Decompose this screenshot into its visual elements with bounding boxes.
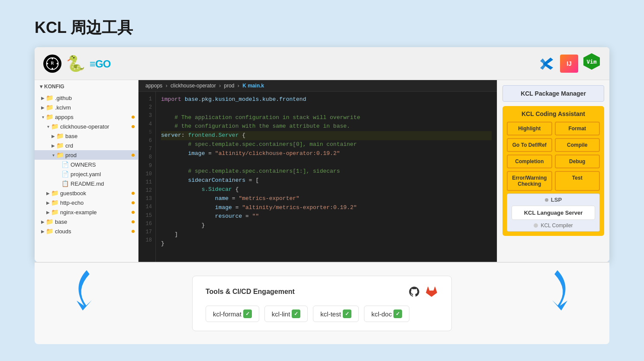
tool-kcl-doc: kcl-doc ✓ <box>364 306 410 322</box>
assistant-title: KCL Coding Assistant <box>507 110 600 117</box>
completion-button[interactable]: Completion <box>507 155 552 168</box>
sidebar-item-clickhouse[interactable]: ▾ 📁 clickhouse-operator <box>35 122 138 131</box>
arrow-right-icon <box>540 267 583 325</box>
svg-text:R: R <box>51 61 55 65</box>
line-numbers: 1 2 3 4 5 6 7 8 9 10 11 12 13 14 15 16 1 <box>138 92 156 262</box>
github-icon <box>407 285 421 299</box>
vim-icon: Vim <box>583 52 601 74</box>
toolbar-right-icons: IJ Vim <box>538 52 601 74</box>
tools-logos <box>407 285 438 299</box>
code-lines: import base.pkg.kusion_models.kube.front… <box>156 92 497 262</box>
lsp-section: LSP KCL Language Server KCL Compiler <box>507 193 600 232</box>
svg-point-3 <box>47 63 48 64</box>
compile-button[interactable]: Compile <box>555 138 600 152</box>
sidebar[interactable]: ▾ KONFIG ▶ 📁 .github ▶ 📁 .kclvm ▾ 📁 appo… <box>35 80 138 262</box>
tool-kcl-lint: kcl-lint ✓ <box>264 306 308 322</box>
highlight-button[interactable]: Highlight <box>507 122 552 135</box>
svg-text:Vim: Vim <box>586 58 597 65</box>
toolbar-logos: R 🐍 ≡GO <box>43 55 110 73</box>
compiler-dot <box>534 223 538 228</box>
tools-title: Tools & CI/CD Engagement <box>206 288 295 296</box>
tool-lint-label: kcl-lint <box>272 310 290 318</box>
page-title: KCL 周边工具 <box>0 0 644 47</box>
lsp-title: LSP <box>512 197 595 203</box>
tool-kcl-format: kcl-format ✓ <box>206 306 259 322</box>
vscode-icon <box>538 55 556 73</box>
sidebar-item-base-ch[interactable]: ▶ 📁 base <box>35 131 138 141</box>
format-button[interactable]: Format <box>555 122 600 135</box>
arrow-left-icon <box>61 267 104 325</box>
code-editor: appops › clickhouse-operator › prod › K … <box>138 80 497 262</box>
sidebar-item-nginx[interactable]: ▶ 📁 nginx-example <box>35 207 138 217</box>
ide-container: R 🐍 ≡GO IJ Vi <box>35 47 609 262</box>
tool-doc-label: kcl-doc <box>371 310 392 318</box>
intellij-icon: IJ <box>560 55 578 73</box>
ide-body: ▾ KONFIG ▶ 📁 .github ▶ 📁 .kclvm ▾ 📁 appo… <box>35 80 609 262</box>
sidebar-item-prod[interactable]: ▾ 📁 prod <box>35 150 138 160</box>
svg-point-4 <box>57 63 58 64</box>
pkg-manager-button[interactable]: KCL Package Manager <box>502 85 604 102</box>
sidebar-item-owners[interactable]: ▶ 📄 OWNERS <box>35 160 138 169</box>
svg-point-1 <box>52 58 53 59</box>
tools-box: Tools & CI/CD Engagement kcl-format <box>192 276 452 331</box>
gitlab-icon <box>425 285 438 299</box>
toolbar: R 🐍 ≡GO IJ Vi <box>35 47 609 80</box>
python-logo: 🐍 <box>66 55 85 73</box>
sidebar-item-crd[interactable]: ▶ 📁 crd <box>35 141 138 150</box>
error-check-button[interactable]: Error/WarningChecking <box>507 171 552 191</box>
sidebar-item-github[interactable]: ▶ 📁 .github <box>35 93 138 103</box>
sidebar-item-readme[interactable]: ▶ 📋 README.md <box>35 179 138 188</box>
goto-button[interactable]: Go To Def/Ref <box>507 138 552 152</box>
tool-test-check: ✓ <box>343 309 351 318</box>
sidebar-item-clouds[interactable]: ▶ 📁 clouds <box>35 226 138 236</box>
sidebar-item-http-echo[interactable]: ▶ 📁 http-echo <box>35 198 138 207</box>
debug-button[interactable]: Debug <box>555 155 600 168</box>
tool-format-check: ✓ <box>243 309 252 318</box>
sidebar-item-guestbook[interactable]: ▶ 📁 guestbook <box>35 188 138 198</box>
tools-list: kcl-format ✓ kcl-lint ✓ kcl-test ✓ kcl-d… <box>206 306 438 322</box>
sidebar-item-base[interactable]: ▶ 📁 base <box>35 217 138 226</box>
rust-logo: R <box>43 55 61 73</box>
tools-header: Tools & CI/CD Engagement <box>206 285 438 299</box>
tool-test-label: kcl-test <box>320 310 341 318</box>
lsp-dot <box>545 198 548 202</box>
sidebar-item-kclvm[interactable]: ▶ 📁 .kclvm <box>35 103 138 112</box>
tool-lint-check: ✓ <box>292 309 300 318</box>
compiler-row: KCL Compiler <box>512 222 595 229</box>
breadcrumb: appops › clickhouse-operator › prod › K … <box>138 80 497 92</box>
coding-assistant: KCL Coding Assistant Highlight Format Go… <box>502 106 604 236</box>
sidebar-item-project-yaml[interactable]: ▶ 📄 project.yaml <box>35 169 138 179</box>
test-button[interactable]: Test <box>555 171 600 191</box>
lang-server-button[interactable]: KCL Language Server <box>512 206 595 220</box>
code-content: 1 2 3 4 5 6 7 8 9 10 11 12 13 14 15 16 1 <box>138 92 497 262</box>
tool-kcl-test: kcl-test ✓ <box>313 306 359 322</box>
tool-doc-check: ✓ <box>393 309 402 318</box>
svg-point-2 <box>52 68 53 69</box>
bottom-section: Tools & CI/CD Engagement kcl-format <box>35 262 609 344</box>
sidebar-item-appops[interactable]: ▾ 📁 appops <box>35 112 138 122</box>
sidebar-header: ▾ KONFIG <box>35 80 138 93</box>
compiler-label: KCL Compiler <box>541 222 573 229</box>
go-logo: ≡GO <box>90 57 110 71</box>
right-panel: KCL Package Manager KCL Coding Assistant… <box>497 80 609 262</box>
tool-format-label: kcl-format <box>213 310 242 318</box>
assistant-buttons: Highlight Format Go To Def/Ref Compile C… <box>507 122 600 191</box>
